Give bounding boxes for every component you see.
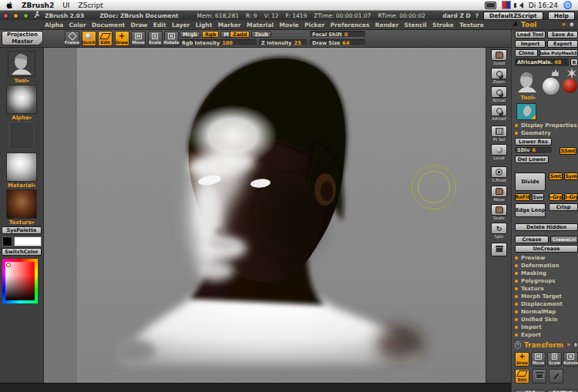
focal-shift-slider[interactable]: Focal Shift 0 — [310, 31, 365, 38]
menu-item[interactable]: Alpha — [45, 22, 63, 28]
section-polygroups[interactable]: Polygroups — [515, 277, 578, 285]
syspalette-button[interactable]: SysPalette — [2, 226, 42, 234]
rotate-button[interactable]: Rotate — [164, 31, 179, 46]
window-zoom-button[interactable] — [23, 13, 29, 18]
draw-button[interactable]: Draw — [115, 31, 129, 46]
menu-item[interactable]: Preferences — [331, 22, 370, 28]
set-pivot-button[interactable]: S.Pivot — [489, 166, 509, 183]
tray-material-label[interactable]: Material▾ — [0, 183, 43, 189]
suv-toggle[interactable]: Suv — [532, 193, 544, 201]
make-polymesh3d-button[interactable]: Make PolyMesh3D — [539, 49, 578, 57]
pen-button[interactable] — [549, 369, 563, 384]
menubar-clock[interactable]: Di 16:24 — [529, 2, 558, 9]
tray-tool-label[interactable]: Tool▾ — [0, 78, 43, 84]
snapshot-button[interactable] — [532, 369, 546, 384]
camera-button[interactable] — [489, 243, 509, 256]
canvas-area[interactable] — [44, 48, 486, 383]
menu-item[interactable]: Picker — [304, 22, 324, 28]
texture-preview-thumb[interactable] — [6, 189, 37, 219]
projection-master-button[interactable]: Projection Master — [2, 31, 43, 45]
sphere-tool-preview[interactable] — [543, 78, 560, 95]
menu-item[interactable]: Document — [92, 22, 125, 28]
transform-move-button[interactable]: Move — [531, 352, 546, 367]
expand-icon[interactable]: + — [515, 341, 521, 349]
shelf-scale-button[interactable]: Scale — [489, 204, 509, 220]
frame-button[interactable]: Frame — [65, 31, 79, 46]
smt-toggle[interactable]: Smt — [549, 173, 563, 180]
del-lower-button[interactable]: Del Lower — [515, 156, 549, 163]
spotlight-icon[interactable] — [563, 1, 572, 9]
section-masking[interactable]: Masking — [515, 270, 578, 277]
sdiv-slider[interactable]: SDiv 6 — [515, 147, 552, 154]
transform-draw-button[interactable]: Draw — [515, 352, 529, 367]
brush-std[interactable]: Std — [515, 390, 546, 392]
switchcolor-button[interactable]: SwitchColor — [2, 248, 42, 256]
apple-menu-icon[interactable] — [6, 2, 13, 9]
ogrp-toggle[interactable]: O-Grp — [564, 193, 578, 201]
ssmt-toggle[interactable]: SSmt — [560, 147, 576, 155]
zadd-toggle[interactable]: Zadd — [230, 31, 250, 38]
quick-pick-thumb[interactable] — [516, 103, 536, 120]
help-mark[interactable]: ? — [476, 12, 479, 19]
tray-texture-label[interactable]: Texture▾ — [0, 219, 43, 226]
pt-sel-button[interactable]: Pt Sel — [489, 126, 509, 142]
menu-item[interactable]: Edit — [153, 22, 166, 28]
menubar-app-name[interactable]: ZBrush2 — [22, 2, 54, 9]
section-preview[interactable]: Preview — [515, 254, 578, 262]
menu-item[interactable]: Color — [69, 22, 86, 28]
move-button[interactable]: Move — [131, 31, 146, 46]
edit-button[interactable]: Edit — [98, 31, 113, 46]
z-intensity-slider[interactable]: Z Intensity 25 — [259, 39, 307, 46]
local-button[interactable]: Local — [489, 144, 509, 160]
menubar-item-ui[interactable]: UI — [62, 2, 69, 9]
transform-panel-title[interactable]: Transform — [524, 341, 563, 349]
transform-edit-button[interactable]: Edit — [515, 369, 529, 384]
rgb-toggle[interactable]: Rgb — [202, 31, 219, 38]
section-texture[interactable]: Texture — [515, 285, 578, 293]
menu-item[interactable]: Marker — [218, 22, 241, 28]
tray-alpha-label[interactable]: Alpha▾ — [0, 115, 43, 121]
alpha-preview-thumb[interactable] — [6, 85, 37, 114]
active-tool-3d-preview[interactable] — [516, 71, 538, 94]
section-import[interactable]: Import — [515, 323, 578, 331]
gyro-hand-icon[interactable] — [549, 67, 561, 78]
tool-panel-title[interactable]: Tool — [521, 21, 536, 28]
star-tool-icon[interactable] — [566, 67, 578, 79]
panel-tool-label[interactable]: Tool▾ — [518, 95, 538, 101]
igrp-toggle[interactable]: I-Grp — [549, 193, 563, 201]
zoom-button[interactable]: Zoom — [489, 68, 509, 84]
uncrease-button[interactable]: UnCrease — [515, 245, 578, 253]
keyboard-layout-flag-icon[interactable] — [502, 1, 511, 9]
save-as-button[interactable]: Save As — [547, 31, 578, 39]
draw-size-slider[interactable]: Draw Size 64 — [310, 39, 365, 46]
section-displacement[interactable]: Displacement — [515, 300, 578, 308]
menubar-item-zscript[interactable]: ZScript — [79, 2, 103, 9]
transform-menu-icon[interactable]: » — [566, 342, 570, 348]
import-button[interactable]: Import — [515, 40, 546, 48]
crease-lvl-slider[interactable]: CreaseLvl — [550, 236, 578, 243]
menu-item[interactable]: Stroke — [432, 22, 454, 28]
transform-scale-button[interactable]: Scale — [547, 352, 562, 367]
brush-stddot[interactable]: StdDot — [547, 390, 578, 392]
red-sphere-tool-preview[interactable] — [563, 79, 577, 93]
zsub-toggle[interactable]: Zsub — [251, 31, 271, 38]
aahalf-button[interactable]: AAHalf — [489, 105, 509, 121]
menu-item[interactable]: Layer — [172, 22, 190, 28]
restore-button[interactable]: R — [570, 59, 578, 66]
spin-button[interactable]: Spin — [489, 223, 509, 239]
delete-hidden-button[interactable]: Delete Hidden — [515, 223, 578, 231]
section-unified-skin[interactable]: Unified Skin — [515, 316, 578, 323]
color-picker[interactable] — [2, 259, 38, 303]
sym-toggle[interactable]: Sym — [564, 173, 578, 180]
mrgb-toggle[interactable]: Mrgb — [180, 31, 200, 38]
color-picker-gradient[interactable] — [5, 262, 35, 300]
tool-preview-thumb[interactable] — [8, 51, 35, 77]
quick-button[interactable]: Quick — [82, 31, 96, 46]
section-morph-target[interactable]: Morph Target — [515, 293, 578, 300]
refit-toggle[interactable]: ReFit — [515, 193, 530, 201]
help-button[interactable]: Help — [548, 12, 575, 20]
menu-item[interactable]: Light — [196, 22, 213, 28]
volume-icon[interactable] — [516, 2, 523, 8]
transform-rotate-button[interactable]: Rotate — [563, 352, 578, 367]
section-geometry[interactable]: Geometry — [515, 129, 578, 137]
